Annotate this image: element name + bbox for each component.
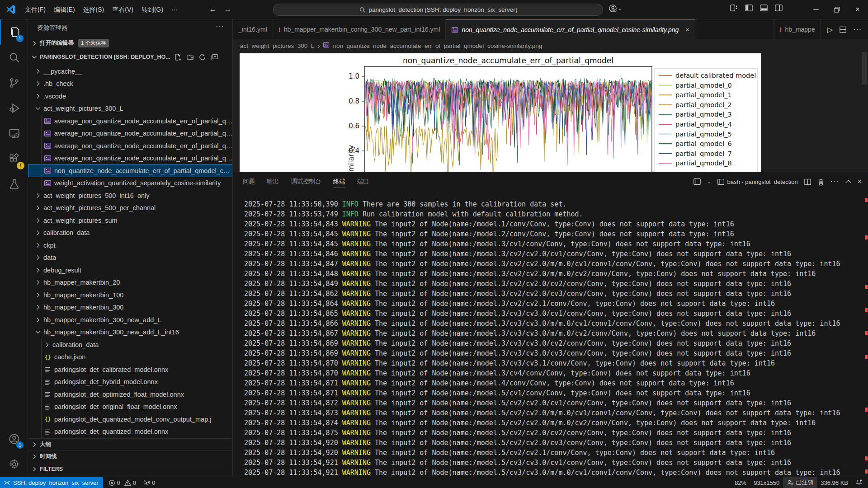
panel-tab-0[interactable]: 问题 xyxy=(243,172,255,191)
terminal-dropdown-icon[interactable]: ⌄ xyxy=(707,179,711,184)
tree-file-average_non_quantize_node_accumulate_err_of_partial_qmodel[interactable]: average_non_quantize_node_accumulate_err… xyxy=(28,152,233,165)
image-dimensions[interactable]: 931x1550 xyxy=(750,477,783,488)
breadcrumb-file[interactable]: non_quantize_node_accumulate_err_of_part… xyxy=(333,42,542,49)
menu-item-1[interactable]: 编辑(E) xyxy=(50,3,79,16)
refresh-icon[interactable] xyxy=(198,53,206,61)
tree-folder-__pycache__[interactable]: __pycache__ xyxy=(28,65,233,78)
editor-tab-2[interactable]: non_quantize_node_accumulate_err_of_part… xyxy=(446,19,695,39)
activitybar-account-icon[interactable]: 1 xyxy=(0,426,28,451)
activitybar-explorer-icon[interactable]: 1 xyxy=(0,19,28,45)
tree-file-parkingslot_det_original_float_model.onnx[interactable]: parkingslot_det_original_float_model.onn… xyxy=(28,401,233,413)
maximize-panel-icon[interactable] xyxy=(845,178,852,185)
menu-item-4[interactable]: 转到(G) xyxy=(137,3,167,16)
file-size[interactable]: 336.96 KB xyxy=(817,477,852,488)
filters-section[interactable]: FILTERS xyxy=(28,463,233,475)
tree-folder-act_weight_pictures_300_l[interactable]: act_weight_pictures_300_L xyxy=(28,103,233,115)
new-file-icon[interactable] xyxy=(174,53,182,61)
close-button[interactable]: × xyxy=(847,0,868,19)
tree-file-average_non_quantize_node_accumulate_err_of_partial_qmodel[interactable]: average_non_quantize_node_accumulate_err… xyxy=(28,115,233,127)
tree-folder-debug_result[interactable]: debug_result xyxy=(28,264,233,277)
panel-tab-3[interactable]: 终端 xyxy=(333,172,345,191)
run-button[interactable]: ▷ xyxy=(827,25,833,34)
tree-file-parkingslot_det_calibrated_model.onnx[interactable]: parkingslot_det_calibrated_model.onnx xyxy=(28,363,233,376)
tree-file-cache.json[interactable]: {}cache.json xyxy=(28,351,233,364)
tree-folder-ckpt[interactable]: ckpt xyxy=(28,239,233,252)
tree-file-average_non_quantize_node_accumulate_err_of_partial_qmodel[interactable]: average_non_quantize_node_accumulate_err… xyxy=(28,140,233,152)
toggle-sidebar-icon[interactable] xyxy=(745,4,753,12)
nav-back-icon[interactable]: ← xyxy=(209,5,217,14)
trash-icon[interactable] xyxy=(817,178,825,186)
tree-folder-data[interactable]: data xyxy=(28,252,233,264)
menu-item-3[interactable]: 查看(V) xyxy=(108,3,137,16)
split-editor-icon[interactable] xyxy=(839,26,847,33)
editor-tab-1[interactable]: !hb_mapper_makertbin_config_300_new_part… xyxy=(273,19,446,39)
activitybar-run-debug-icon[interactable] xyxy=(0,95,28,121)
sidebar-more-actions[interactable]: ··· xyxy=(216,22,224,30)
activitybar-testing-icon[interactable] xyxy=(0,171,28,197)
editor-scrollbar[interactable] xyxy=(862,52,867,84)
tree-file-parkingslot_det_quantized_model.onnx[interactable]: parkingslot_det_quantized_model.onnx xyxy=(28,426,233,438)
close-panel-icon[interactable]: × xyxy=(858,178,862,186)
tree-file-parkingslot_det_hybrid_model.onnx[interactable]: parkingslot_det_hybrid_model.onnx xyxy=(28,376,233,389)
menu-more[interactable]: ··· xyxy=(167,3,182,16)
new-terminal-icon[interactable] xyxy=(693,178,701,186)
command-center[interactable]: paringslot_detection [SSH: deploy_horizo… xyxy=(273,4,603,16)
tree-folder-.hb_check[interactable]: .hb_check xyxy=(28,78,233,90)
panel-tab-4[interactable]: 端口 xyxy=(357,172,369,191)
workspace-section-header[interactable]: PARINGSLOT_DETECTION [SSH: DEPLOY_HO... xyxy=(31,50,233,64)
tree-file-average_non_quantize_node_accumulate_err_of_partial_qmodel[interactable]: average_non_quantize_node_accumulate_err… xyxy=(28,127,233,140)
tab-hb-mapper-2[interactable]: ! hb_mappe xyxy=(774,19,821,39)
account-menu-button[interactable]: ⌄ xyxy=(609,4,622,13)
tree-folder-calibration_data[interactable]: calibration_data xyxy=(28,227,233,239)
activitybar-extensions-icon[interactable]: ! xyxy=(0,146,28,171)
panel-tab-2[interactable]: 调试控制台 xyxy=(291,172,321,191)
ports-status[interactable]: 0 xyxy=(140,477,159,488)
collapse-all-icon[interactable] xyxy=(211,53,218,61)
breadcrumb[interactable]: act_weight_pictures_300_L › non_quantize… xyxy=(233,39,868,52)
restore-button[interactable] xyxy=(826,0,847,19)
editor-tab-0[interactable]: _int16.yml xyxy=(233,19,273,39)
terminal-output[interactable]: 2025-07-28 11:33:50,390 INFO There are 3… xyxy=(244,199,859,478)
breadcrumb-folder[interactable]: act_weight_pictures_300_L xyxy=(240,42,314,49)
toggle-secondary-sidebar-icon[interactable] xyxy=(774,4,783,12)
open-editors-section[interactable]: 打开的编辑器 1 个未保存 xyxy=(31,38,109,49)
tree-folder-.vscode[interactable]: .vscode xyxy=(28,90,233,103)
minimize-button[interactable]: ─ xyxy=(806,0,826,19)
problems-status[interactable]: 0 0 xyxy=(105,477,140,488)
activitybar-source-control-icon[interactable] xyxy=(0,70,28,95)
panel-tab-1[interactable]: 输出 xyxy=(267,172,279,191)
tree-folder-act_weight_pictures_500_int16_only[interactable]: act_weight_pictures_500_int16_only xyxy=(28,189,233,202)
split-terminal-icon[interactable] xyxy=(804,178,811,186)
new-folder-icon[interactable] xyxy=(186,53,194,61)
activitybar-settings-icon[interactable] xyxy=(0,451,28,477)
panel-more-icon[interactable]: ··· xyxy=(830,178,839,186)
activitybar-search-icon[interactable] xyxy=(0,45,28,70)
more-actions-icon[interactable]: ··· xyxy=(853,25,862,33)
activitybar-remote-explorer-icon[interactable] xyxy=(0,121,28,146)
close-tab-icon[interactable]: × xyxy=(685,26,689,33)
menu-item-2[interactable]: 选择(S) xyxy=(79,3,108,16)
terminal-title[interactable]: bash - paringslot_detection xyxy=(717,178,798,186)
tree-folder-act_weight_pictures_500_per_channal[interactable]: act_weight_pictures_500_per_channal xyxy=(28,202,233,215)
tree-folder-hb_mapper_makertbin_300[interactable]: hb_mapper_makertbin_300 xyxy=(28,301,233,314)
tree-file-parkingslot_det_quantized_model_conv_output_map.j[interactable]: {}parkingslot_det_quantized_model_conv_o… xyxy=(28,413,233,426)
tree-folder-hb_mapper_makertbin_20[interactable]: hb_mapper_makertbin_20 xyxy=(28,277,233,289)
tree-file-parkingslot_det_optimized_float_model.onnx[interactable]: parkingslot_det_optimized_float_model.on… xyxy=(28,388,233,401)
tree-file-weight_activation_quantized_separately_cosine-similarity[interactable]: weight_activation_quantized_separately_c… xyxy=(28,177,233,190)
account-status[interactable]: 已注销 xyxy=(783,477,817,488)
customize-layout-icon[interactable] xyxy=(730,4,738,12)
outline-section[interactable]: 大纲 xyxy=(28,438,233,450)
chart-image[interactable]: non_quantize_node_accumulate_err_of_part… xyxy=(240,53,761,172)
notifications-bell[interactable] xyxy=(852,477,868,488)
toggle-panel-icon[interactable] xyxy=(760,4,768,12)
menu-item-0[interactable]: 文件(F) xyxy=(21,3,50,16)
timeline-section[interactable]: 时间线 xyxy=(28,450,233,463)
tree-folder-act_weight_pictures_sum[interactable]: act_weight_pictures_sum xyxy=(28,214,233,227)
tree-folder-hb_mapper_makertbin_300_new_add_l[interactable]: hb_mapper_makertbin_300_new_add_L xyxy=(28,314,233,326)
nav-forward-icon[interactable]: → xyxy=(224,5,231,14)
remote-indicator[interactable]: SSH: deploy_horizon_six_server xyxy=(0,477,103,488)
zoom-level[interactable]: 82% xyxy=(731,477,750,488)
tree-file-non_quantize_node_accumulate_err_of_partial_qmodel_cosine[interactable]: non_quantize_node_accumulate_err_of_part… xyxy=(28,164,233,177)
tree-folder-calibration_data[interactable]: calibration_data xyxy=(28,338,233,351)
tree-folder-hb_mapper_makertbin_300_new_add_l_int16[interactable]: hb_mapper_makertbin_300_new_add_L_int16 xyxy=(28,326,233,339)
